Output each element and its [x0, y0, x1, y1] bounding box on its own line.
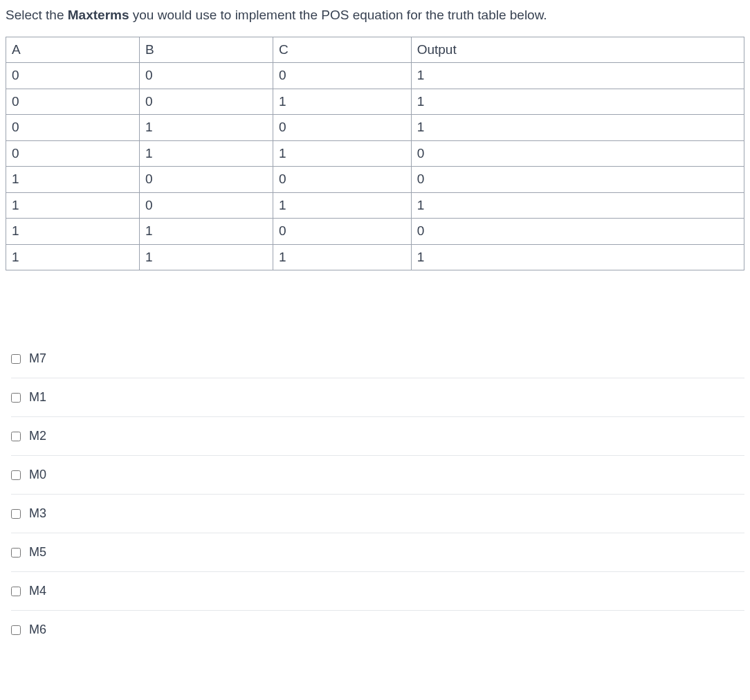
header-c: C [273, 37, 411, 63]
table-row: 1 1 0 0 [6, 219, 744, 245]
cell: 0 [273, 63, 411, 89]
cell: 1 [273, 192, 411, 219]
checkbox-m1[interactable] [11, 393, 21, 403]
header-a: A [6, 37, 140, 63]
checkbox-m2[interactable] [11, 432, 21, 441]
header-output: Output [411, 37, 744, 63]
truth-table: A B C Output 0 0 0 1 0 0 1 1 0 1 0 1 0 1… [6, 37, 744, 271]
table-header-row: A B C Output [6, 37, 744, 63]
cell: 1 [411, 89, 744, 115]
table-row: 0 0 1 1 [6, 89, 744, 115]
table-row: 0 1 1 0 [6, 140, 744, 167]
table-row: 0 1 0 1 [6, 115, 744, 141]
cell: 1 [411, 192, 744, 219]
question-suffix: you would use to implement the POS equat… [129, 8, 547, 22]
cell: 0 [273, 115, 411, 141]
cell: 1 [411, 63, 744, 89]
cell: 1 [139, 115, 273, 141]
cell: 0 [6, 140, 140, 167]
option-label: M1 [29, 388, 46, 407]
header-b: B [139, 37, 273, 63]
option-label: M2 [29, 427, 46, 445]
checkbox-m4[interactable] [11, 587, 21, 596]
cell: 1 [6, 244, 140, 270]
cell: 0 [273, 219, 411, 245]
option-label: M3 [29, 504, 46, 523]
cell: 1 [273, 140, 411, 167]
cell: 0 [411, 219, 744, 245]
table-row: 1 0 1 1 [6, 192, 744, 219]
checkbox-m7[interactable] [11, 354, 21, 364]
cell: 1 [6, 192, 140, 219]
checkbox-m5[interactable] [11, 548, 21, 558]
cell: 1 [139, 219, 273, 245]
cell: 1 [139, 140, 273, 167]
cell: 1 [411, 115, 744, 141]
cell: 0 [411, 140, 744, 167]
option-m3[interactable]: M3 [11, 495, 744, 533]
table-row: 1 1 1 1 [6, 244, 744, 270]
cell: 0 [139, 167, 273, 193]
option-m6[interactable]: M6 [11, 611, 744, 649]
option-label: M7 [29, 349, 46, 368]
checkbox-m3[interactable] [11, 509, 21, 519]
cell: 0 [6, 115, 140, 141]
cell: 1 [6, 219, 140, 245]
cell: 1 [139, 244, 273, 270]
question-prefix: Select the [6, 8, 68, 22]
checkbox-m6[interactable] [11, 625, 21, 635]
option-label: M5 [29, 543, 46, 562]
option-label: M4 [29, 582, 46, 600]
option-m2[interactable]: M2 [11, 417, 744, 456]
cell: 0 [139, 89, 273, 115]
option-m5[interactable]: M5 [11, 533, 744, 572]
cell: 0 [411, 167, 744, 193]
option-m1[interactable]: M1 [11, 378, 744, 417]
table-row: 0 0 0 1 [6, 63, 744, 89]
cell: 0 [139, 63, 273, 89]
table-row: 1 0 0 0 [6, 167, 744, 193]
option-m7[interactable]: M7 [11, 340, 744, 378]
option-m0[interactable]: M0 [11, 456, 744, 495]
options-list: M7 M1 M2 M0 M3 M5 M4 M6 [6, 340, 744, 649]
checkbox-m0[interactable] [11, 470, 21, 480]
option-label: M6 [29, 620, 46, 639]
cell: 0 [273, 167, 411, 193]
question-text: Select the Maxterms you would use to imp… [6, 6, 744, 26]
cell: 0 [6, 89, 140, 115]
option-label: M0 [29, 466, 46, 484]
cell: 1 [411, 244, 744, 270]
cell: 1 [273, 89, 411, 115]
cell: 1 [273, 244, 411, 270]
cell: 0 [6, 63, 140, 89]
question-bold: Maxterms [68, 8, 129, 22]
cell: 1 [6, 167, 140, 193]
option-m4[interactable]: M4 [11, 572, 744, 611]
cell: 0 [139, 192, 273, 219]
